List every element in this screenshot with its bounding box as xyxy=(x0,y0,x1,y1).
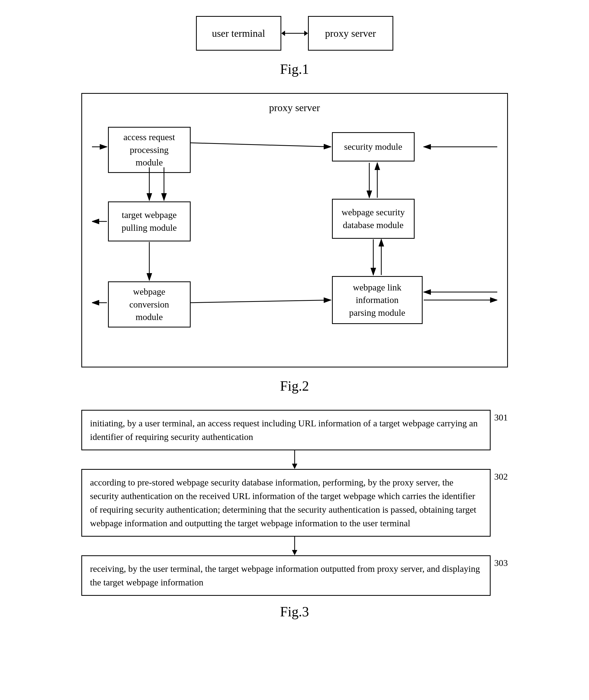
access-request-box: access request processing module xyxy=(108,127,191,173)
webpage-security-db-label: webpage security database module xyxy=(342,206,405,231)
step-303-text: receiving, by the user terminal, the tar… xyxy=(90,564,480,587)
svg-marker-2 xyxy=(304,31,308,36)
webpage-conversion-label: webpage conversion module xyxy=(129,285,169,324)
webpage-conversion-box: webpage conversion module xyxy=(108,281,191,328)
proxy-server-box: proxy server xyxy=(308,16,393,51)
step-302-box: according to pre-stored webpage security… xyxy=(81,469,490,537)
webpage-link-label: webpage link information parsing module xyxy=(349,281,405,319)
user-terminal-label: user terminal xyxy=(212,27,265,39)
fig2-label: Fig.2 xyxy=(280,378,309,394)
step-302-arrow xyxy=(81,537,508,555)
svg-line-7 xyxy=(191,143,331,147)
target-webpage-box: target webpage pulling module xyxy=(108,202,191,242)
user-terminal-box: user terminal xyxy=(196,16,281,51)
step-303-box: receiving, by the user terminal, the tar… xyxy=(81,555,490,596)
step-301-row: initiating, by a user terminal, an acces… xyxy=(81,410,508,450)
fig1-label: Fig.1 xyxy=(280,61,309,77)
bidirectional-arrow xyxy=(281,29,308,37)
step-303-row: receiving, by the user terminal, the tar… xyxy=(81,555,508,596)
step-303-num: 303 xyxy=(490,555,508,596)
step-301-num: 301 xyxy=(490,410,508,450)
proxy-server-label: proxy server xyxy=(325,27,376,39)
webpage-link-box: webpage link information parsing module xyxy=(332,276,423,324)
fig2-proxy-server-container: proxy server access request processing m… xyxy=(81,93,508,367)
fig3-section: initiating, by a user terminal, an acces… xyxy=(21,410,568,620)
svg-marker-0 xyxy=(281,31,285,36)
security-module-box: security module xyxy=(332,132,415,161)
fig3-label: Fig.3 xyxy=(280,604,309,620)
fig1-diagram: user terminal proxy server xyxy=(196,16,393,51)
svg-line-13 xyxy=(191,300,331,303)
step-302-row: according to pre-stored webpage security… xyxy=(81,469,508,537)
fig2-section: proxy server access request processing m… xyxy=(21,93,568,394)
step-301-arrow xyxy=(81,450,508,469)
svg-marker-25 xyxy=(292,550,297,555)
target-webpage-label: target webpage pulling module xyxy=(122,209,177,234)
fig3-diagram: initiating, by a user terminal, an acces… xyxy=(81,410,508,596)
step-302-text: according to pre-stored webpage security… xyxy=(90,477,476,528)
security-module-label: security module xyxy=(344,140,402,153)
step-301-box: initiating, by a user terminal, an acces… xyxy=(81,410,490,450)
fig2-proxy-title: proxy server xyxy=(90,102,499,113)
access-request-label: access request processing module xyxy=(124,131,175,169)
svg-marker-23 xyxy=(292,464,297,469)
webpage-security-db-box: webpage security database module xyxy=(332,199,415,239)
step-302-num: 302 xyxy=(490,469,508,537)
step-301-text: initiating, by a user terminal, an acces… xyxy=(90,418,478,442)
fig1-section: user terminal proxy server Fig.1 xyxy=(21,16,568,77)
